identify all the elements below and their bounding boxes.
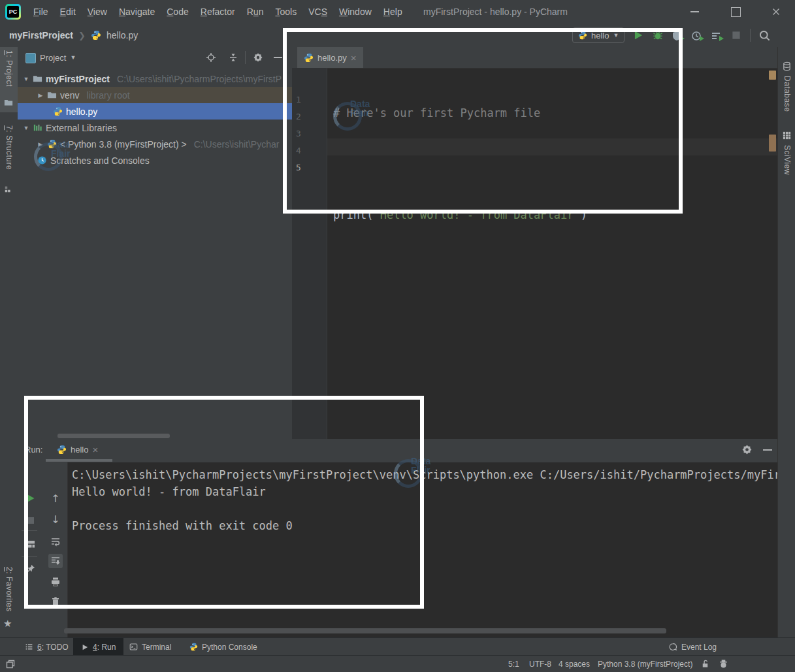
run-with-coverage-button[interactable] — [672, 29, 683, 41]
tab-label: hello.py — [317, 53, 347, 63]
tree-row-scratches[interactable]: Scratches and Consoles — [18, 152, 292, 168]
lock-icon[interactable] — [700, 659, 710, 669]
menu-help[interactable]: Help — [378, 0, 408, 24]
scroll-to-end-button[interactable] — [48, 554, 63, 568]
tree-row-hello-py[interactable]: hello.py — [18, 103, 292, 120]
horizontal-scrollbar[interactable] — [64, 628, 666, 633]
run-panel-left-toolbar — [18, 462, 44, 637]
pycharm-logo-icon: PC — [5, 4, 21, 20]
folder-icon — [33, 74, 42, 84]
interpreter-setting[interactable]: Python 3.8 (myFirstProject) — [598, 656, 692, 672]
tab-hello-py[interactable]: hello.py × — [297, 47, 363, 68]
sidebar-item-favorites[interactable]: 2: Favorites ★ — [0, 564, 18, 637]
tree-row-venv[interactable]: ▶ venv library root — [18, 87, 292, 103]
toolwindow-terminal[interactable]: Terminal — [129, 638, 171, 656]
profiler-button[interactable] — [691, 29, 703, 41]
pin-tab-button[interactable] — [24, 562, 38, 576]
folder-icon — [47, 90, 57, 100]
hide-panel-icon[interactable] — [274, 57, 282, 58]
run-tab-hello[interactable]: hello × — [57, 439, 98, 460]
gear-icon[interactable] — [741, 444, 753, 455]
toolwindow-todo[interactable]: 6: TODO — [25, 638, 69, 656]
menu-vcs[interactable]: VCS — [302, 0, 333, 24]
toolbar-separator — [750, 29, 751, 42]
menu-run[interactable]: Run — [241, 0, 270, 24]
next-occurrence-button[interactable]: ↓ — [48, 512, 63, 526]
run-panel-label: Run: — [25, 445, 42, 455]
hide-panel-icon[interactable] — [763, 449, 772, 451]
run-tab-label: hello — [71, 445, 88, 455]
tree-row-project-root[interactable]: ▼ myFirstProject C:\Users\ishit\PycharmP… — [18, 71, 292, 87]
search-everywhere-icon[interactable] — [758, 29, 771, 42]
horizontal-scrollbar[interactable] — [57, 434, 170, 438]
minimize-button[interactable] — [679, 0, 709, 24]
error-stripe-mark[interactable] — [769, 135, 776, 152]
gear-icon[interactable] — [253, 52, 263, 63]
expand-arrow-icon[interactable]: ▼ — [23, 76, 29, 82]
caret-position[interactable]: 5:1 — [508, 656, 519, 672]
close-tab-icon[interactable]: × — [92, 445, 98, 455]
pycharm-window: PC File Edit View Navigate Code Refactor… — [0, 0, 795, 672]
tree-row-python-interpreter[interactable]: ▶ < Python 3.8 (myFirstProject) > C:\Use… — [18, 136, 292, 152]
console-output[interactable]: C:\Users\ishit\PycharmProjects\myFirstPr… — [67, 462, 777, 637]
run-button[interactable] — [632, 29, 644, 41]
console-toolbar: ↑ ↓ — [44, 462, 68, 637]
menu-tools[interactable]: Tools — [269, 0, 302, 24]
tree-row-external-libraries[interactable]: ▼ External Libraries — [18, 120, 292, 136]
python-icon — [47, 139, 57, 149]
menu-edit[interactable]: Edit — [54, 0, 82, 24]
todo-list-icon — [25, 643, 33, 651]
prev-occurrence-button[interactable]: ↑ — [48, 491, 63, 505]
sidebar-item-sciview[interactable]: SciView — [778, 129, 795, 201]
menu-refactor[interactable]: Refactor — [195, 0, 241, 24]
code-editor-area[interactable]: # Here's our first Pycharm file print("H… — [333, 71, 777, 439]
expand-arrow-icon[interactable]: ▶ — [37, 141, 44, 148]
database-icon — [782, 61, 792, 71]
restore-layout-button[interactable] — [24, 537, 38, 551]
sidebar-item-project[interactable]: 1: Project — [0, 47, 18, 112]
chevron-down-icon[interactable]: ▼ — [70, 54, 76, 61]
debug-button[interactable] — [652, 29, 664, 41]
menu-file[interactable]: File — [27, 0, 54, 24]
run-concurrency-button[interactable] — [711, 29, 722, 41]
breadcrumb-file[interactable]: hello.py — [106, 30, 138, 40]
menu-window[interactable]: Window — [333, 0, 378, 24]
separator — [22, 556, 37, 557]
menu-view[interactable]: View — [82, 0, 113, 24]
maximize-button[interactable] — [721, 0, 751, 24]
tree-label: venv — [60, 90, 80, 101]
print-button[interactable] — [48, 575, 63, 589]
separator — [245, 51, 246, 64]
menu-code[interactable]: Code — [161, 0, 195, 24]
menu-bar: File Edit View Navigate Code Refactor Ru… — [27, 0, 408, 24]
toggle-toolwindows-icon[interactable] — [5, 659, 16, 669]
status-bar: 5:1 UTF-8 4 spaces Python 3.8 (myFirstPr… — [0, 655, 795, 672]
chevron-right-icon: ❯ — [78, 31, 86, 40]
event-log-button[interactable]: Event Log — [668, 638, 717, 656]
collapse-all-icon[interactable] — [228, 52, 238, 63]
breadcrumb-project[interactable]: myFirstProject — [9, 30, 73, 40]
star-icon: ★ — [3, 618, 12, 630]
error-stripe-mark[interactable] — [769, 71, 776, 80]
toolwindow-run[interactable]: 4: Run — [73, 638, 123, 656]
stop-button — [24, 513, 38, 528]
locate-file-icon[interactable] — [206, 52, 216, 63]
rerun-button[interactable] — [24, 491, 38, 505]
hector-inspector-icon[interactable] — [719, 659, 728, 669]
expand-arrow-icon[interactable]: ▼ — [23, 125, 29, 131]
close-button[interactable] — [761, 0, 791, 24]
terminal-icon — [129, 643, 138, 651]
close-tab-icon[interactable]: × — [351, 53, 357, 63]
sidebar-item-database[interactable]: Database — [778, 60, 795, 138]
clear-all-button[interactable] — [48, 594, 63, 609]
menu-navigate[interactable]: Navigate — [113, 0, 161, 24]
file-encoding[interactable]: UTF-8 — [529, 656, 551, 672]
soft-wrap-button[interactable] — [48, 534, 63, 549]
indent-setting[interactable]: 4 spaces — [559, 656, 590, 672]
sidebar-item-structure[interactable]: 7: Structure — [0, 124, 18, 197]
expand-arrow-icon[interactable]: ▶ — [37, 92, 44, 99]
run-config-selector[interactable]: hello ▼ — [572, 27, 625, 43]
toolwindow-python-console[interactable]: Python Console — [189, 638, 257, 656]
project-panel-title[interactable]: Project — [40, 53, 66, 63]
tree-label: myFirstProject — [46, 74, 110, 84]
